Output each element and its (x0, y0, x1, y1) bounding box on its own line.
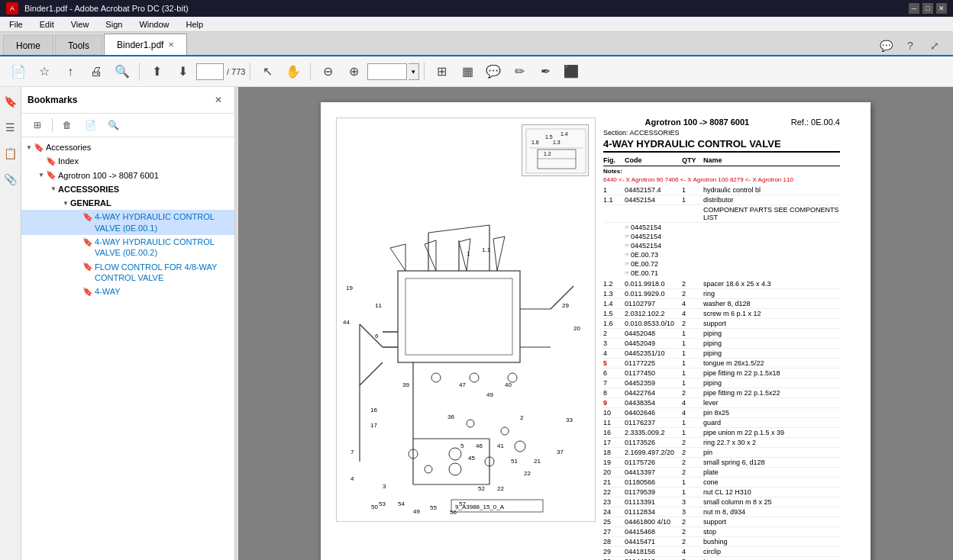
bookmark-accessories-sub[interactable]: ▼ ACCESSORIES (21, 182, 234, 196)
menu-file[interactable]: File (5, 18, 27, 31)
bookmark-4way[interactable]: 🔖 4-WAY (21, 285, 234, 298)
zoom-in-button[interactable]: ⊕ (341, 60, 366, 84)
column-headers: Fig. Code QTY Name (603, 155, 840, 166)
row-18: 182.1699.497.2/202pin (603, 448, 840, 458)
thumbnail-button[interactable]: ▦ (455, 60, 480, 84)
bm-sep-1 (52, 118, 53, 132)
bookmark-icon-valve1: 🔖 (82, 211, 93, 222)
row-8: 8044227642pipe fitting m 22 p.1.5x22 (603, 388, 840, 398)
bookmarks-search-button[interactable]: 🔍 (103, 117, 123, 134)
share-button[interactable]: ↑ (58, 60, 82, 84)
menu-edit[interactable]: Edit (35, 18, 59, 31)
tab-close-icon[interactable]: ✕ (168, 40, 174, 49)
menu-window[interactable]: Window (134, 18, 173, 31)
row-22: 22011795391nut CL 12 H310 (603, 488, 840, 497)
bookmarks-new-button[interactable]: 📄 (80, 117, 100, 134)
svg-text:1.6: 1.6 (531, 140, 539, 145)
new-document-button[interactable]: 📄 (6, 60, 31, 84)
svg-text:49: 49 (413, 508, 420, 515)
page-number-input[interactable]: 6 (196, 63, 224, 80)
hand-tool-button[interactable]: ✋ (281, 60, 305, 84)
bookmark-flow[interactable]: 🔖 FLOW CONTROL FOR 4/8-WAY CONTROL VALVE (21, 260, 234, 285)
svg-text:22: 22 (497, 485, 504, 492)
find-button[interactable]: 🔍 (110, 60, 134, 84)
svg-text:3: 3 (383, 483, 386, 490)
bookmark-valve1[interactable]: 🔖 4-WAY HYDRAULIC CONTROL VALVE (0E.00.1… (21, 210, 234, 235)
next-page-button[interactable]: ⬇ (170, 60, 195, 84)
row-28: 28044154712bushing (603, 537, 840, 547)
svg-text:40: 40 (505, 381, 512, 388)
svg-text:1.1: 1.1 (482, 246, 491, 253)
toolbar-separator-4 (424, 63, 425, 81)
svg-text:41: 41 (497, 443, 504, 449)
draw-button[interactable]: ✒ (533, 60, 557, 84)
maximize-button[interactable]: □ (922, 3, 933, 14)
print-button[interactable]: 🖨 (84, 60, 108, 84)
menu-sign[interactable]: Sign (101, 18, 127, 31)
minimize-button[interactable]: ─ (909, 3, 919, 14)
row-1-4: 1.4011027974washer 8, d128 (603, 299, 840, 309)
row-27: 27044154682stop (603, 527, 840, 537)
bookmarks-panel-button[interactable]: 🔖 (2, 93, 19, 110)
pdf-diagram: 1.5 1.4 1.6 1.3 1.2 (336, 117, 596, 522)
highlight-button[interactable]: ✏ (507, 60, 531, 84)
bookmarks-expand-button[interactable]: ⊞ (27, 117, 47, 134)
toggle-4way (73, 286, 82, 297)
bookmark-accessories[interactable]: ▼ 🔖 Accessories (21, 140, 234, 154)
bookmark-valve2[interactable]: 🔖 4-WAY HYDRAULIC CONTROL VALVE (0E.00.2… (21, 235, 234, 260)
layers-panel-button[interactable]: ☰ (2, 119, 19, 136)
prev-page-button[interactable]: ⬆ (144, 60, 169, 84)
bookmark-agrotron100[interactable]: ▼ 🔖 Agrotron 100 -> 8087 6001 (21, 169, 234, 182)
tab-binder-label: Binder1.pdf (117, 40, 163, 50)
toggle-agrotron100[interactable]: ▼ (37, 170, 46, 181)
row-1-6: 1.60.010.8533.0/102support (603, 319, 840, 329)
expand-icon-button[interactable]: ⤢ (926, 37, 944, 55)
col-fig: Fig. (603, 156, 625, 164)
bookmarks-delete-button[interactable]: 🗑 (57, 117, 77, 134)
row-23: 23011133913small column m 8 x 25 (603, 497, 840, 507)
sidebar-icon-strip: 🔖 ☰ 📋 📎 (0, 87, 21, 560)
pdf-viewport[interactable]: 1.5 1.4 1.6 1.3 1.2 (238, 87, 953, 560)
zoom-dropdown-button[interactable]: ▾ (409, 63, 419, 80)
select-tool-button[interactable]: ↖ (255, 60, 279, 84)
help-icon-button[interactable]: ? (901, 37, 919, 55)
bookmarks-close-button[interactable]: ✕ (208, 92, 228, 108)
toggle-accessories[interactable]: ▼ (24, 142, 34, 153)
menu-help[interactable]: Help (182, 18, 208, 31)
bookmark-general[interactable]: ▼ GENERAL (21, 196, 234, 210)
row-sub2: ☞04452154 (603, 232, 840, 241)
svg-text:7: 7 (351, 449, 354, 455)
chat-icon-button[interactable]: 💬 (877, 37, 895, 55)
menu-view[interactable]: View (66, 18, 94, 31)
svg-text:33: 33 (566, 417, 573, 423)
tab-binder[interactable]: Binder1.pdf ✕ (104, 34, 187, 55)
attachments-panel-button[interactable]: 📎 (2, 171, 19, 188)
stamp-button[interactable]: ⬛ (559, 60, 583, 84)
main-diagram-svg: 19 11 44 1 1.1 29 6 16 17 7 4 36 5 45 46… (337, 118, 589, 515)
toggle-general[interactable]: ▼ (61, 198, 70, 208)
pages-panel-button[interactable]: 📋 (2, 145, 19, 162)
annotation-button[interactable]: 💬 (481, 60, 506, 84)
row-1-3: 1.30.011.9929.02ring (603, 289, 840, 299)
bookmark-index[interactable]: 🔖 Index (21, 154, 234, 168)
bookmark-label-index: Index (58, 156, 231, 166)
row-25: 2504461800 4/102support (603, 517, 840, 527)
tab-tools[interactable]: Tools (55, 35, 102, 55)
toggle-accessories-sub[interactable]: ▼ (49, 184, 58, 195)
zoom-out-button[interactable]: ⊖ (315, 60, 340, 84)
row-19: 19011757262small spring 6, d128 (603, 458, 840, 468)
close-button[interactable]: ✕ (936, 3, 947, 14)
svg-text:1: 1 (467, 250, 470, 257)
notes-text: 6440 <- X Agrotron 90 7406 <- X Agrotron… (603, 176, 840, 183)
parts-section: Section: ACCESSORIES (603, 129, 840, 137)
col-code: Code (625, 156, 682, 164)
fit-page-button[interactable]: ⊞ (429, 60, 454, 84)
svg-text:20: 20 (573, 325, 580, 332)
svg-text:51: 51 (511, 458, 518, 465)
row-21: 21011805661cone (603, 478, 840, 488)
svg-text:52: 52 (478, 485, 485, 492)
tab-home[interactable]: Home (3, 35, 53, 55)
main-layout: 🔖 ☰ 📋 📎 Bookmarks ✕ ⊞ 🗑 📄 🔍 ▼ 🔖 Accessor… (0, 87, 953, 560)
bookmark-add-button[interactable]: ☆ (32, 60, 57, 84)
zoom-level-input[interactable]: 66.1% (367, 63, 407, 80)
